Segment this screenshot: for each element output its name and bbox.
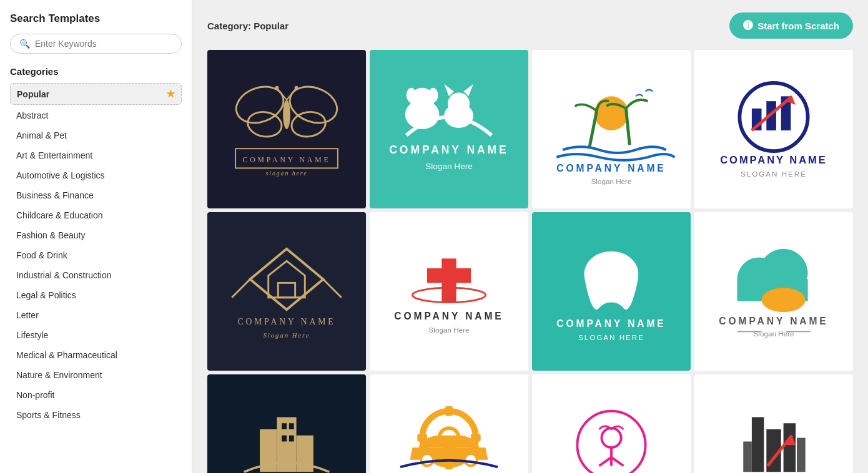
cloud-logo-image: COMPANY NAME Slogan Here (701, 218, 847, 364)
sidebar-item-label: Animal & Pet (16, 130, 67, 140)
sidebar-item-nature---environment[interactable]: Nature & Environment (10, 366, 182, 384)
svg-point-50 (762, 288, 806, 312)
template-card-12[interactable]: COMPANY NAME SLOGAN HERE (694, 374, 853, 473)
categories-label: Categories (10, 66, 182, 77)
sidebar-title: Search Templates (10, 12, 182, 25)
svg-rect-84 (743, 442, 752, 472)
svg-line-24 (626, 109, 629, 145)
template-card-9[interactable]: COMPANY NAME SLOGAN HERE (207, 374, 366, 473)
svg-text:SLOGAN HERE: SLOGAN HERE (578, 333, 644, 341)
sidebar-item-label: Automotive & Logistics (16, 170, 105, 180)
sidebar-item-business---finance[interactable]: Business & Finance (10, 186, 182, 205)
start-scratch-label: Start from Scratch (757, 21, 839, 31)
sidebar-item-label: Popular (17, 89, 49, 99)
template-card-5[interactable]: COMPANY NAME Slogan Here (207, 212, 366, 371)
svg-point-4 (283, 100, 290, 129)
svg-text:Slogan Here: Slogan Here (264, 331, 310, 339)
sidebar-item-label: Business & Finance (16, 190, 94, 200)
sidebar-item-industrial---construction[interactable]: Industrial & Construction (10, 266, 182, 285)
search-box[interactable]: 🔍 (10, 34, 182, 54)
sidebar-item-medical---pharmaceutical[interactable]: Medical & Pharmaceutical (10, 346, 182, 364)
sidebar-item-sports---fitness[interactable]: Sports & Fitness (10, 406, 182, 424)
svg-rect-35 (278, 283, 295, 297)
svg-rect-85 (797, 438, 806, 472)
star-icon: ★ (166, 88, 175, 100)
search-input[interactable] (35, 39, 172, 49)
svg-point-22 (594, 96, 629, 130)
svg-line-23 (589, 111, 597, 148)
sidebar-item-label: Letter (16, 310, 39, 320)
svg-rect-81 (752, 417, 764, 472)
template-card-2[interactable]: COMPANY NAME Slogan Here (370, 50, 528, 208)
svg-rect-42 (427, 268, 471, 283)
svg-line-5 (277, 88, 287, 100)
building-logo-image: COMPANY NAME SLOGAN HERE (214, 381, 360, 473)
svg-text:Slogan Here: Slogan Here (754, 329, 794, 338)
sidebar-item-legal---politics[interactable]: Legal & Politics (10, 286, 182, 305)
sidebar-item-animal---pet[interactable]: Animal & Pet (10, 126, 182, 145)
sidebar-item-label: Childcare & Education (16, 210, 103, 220)
sidebar-item-art---entertainment[interactable]: Art & Entertainment (10, 146, 182, 165)
chart-logo-image: COMPANY NAME SLOGAN HERE (701, 56, 847, 202)
template-card-7[interactable]: COMPANY NAME SLOGAN HERE (532, 212, 691, 371)
sidebar-item-label: Legal & Politics (16, 290, 76, 300)
svg-rect-61 (289, 436, 294, 442)
svg-text:COMPANY NAME: COMPANY NAME (556, 163, 666, 173)
svg-line-78 (611, 457, 624, 466)
svg-point-15 (428, 88, 438, 102)
svg-point-7 (275, 86, 279, 90)
sidebar-item-label: Abstract (16, 110, 48, 120)
sidebar-item-food---drink[interactable]: Food & Drink (10, 246, 182, 265)
tooth-logo-image: COMPANY NAME SLOGAN HERE (538, 218, 684, 364)
main-content: Category: Popular ➊ Start from Scratch (192, 0, 868, 473)
categories-list: Popular★AbstractAnimal & PetArt & Entert… (10, 83, 182, 424)
template-card-8[interactable]: COMPANY NAME Slogan Here (694, 212, 853, 371)
beach-logo-image: COMPANY NAME Slogan Here (538, 56, 684, 202)
category-label: Category: Popular (207, 21, 289, 31)
sidebar-item-childcare---education[interactable]: Childcare & Education (10, 206, 182, 225)
svg-rect-66 (445, 406, 453, 416)
sidebar-item-fashion---beauty[interactable]: Fashion & Beauty (10, 226, 182, 245)
template-card-6[interactable]: COMPANY NAME Slogan Here (370, 212, 528, 371)
svg-point-8 (295, 86, 298, 90)
template-card-1[interactable]: COMPANY NAME slogan here (207, 50, 366, 208)
category-prefix: Category: (207, 21, 251, 31)
sidebar-item-label: Medical & Pharmaceutical (16, 350, 117, 360)
sidebar-item-label: Sports & Fitness (16, 410, 81, 420)
sidebar-item-label: Industrial & Construction (16, 270, 112, 280)
butterfly-logo-image: COMPANY NAME slogan here (214, 56, 360, 202)
svg-text:Slogan Here: Slogan Here (429, 326, 470, 334)
svg-text:COMPANY NAME: COMPANY NAME (242, 156, 330, 164)
sidebar-item-non-profit[interactable]: Non-profit (10, 386, 182, 404)
template-card-11[interactable]: COMPANY NAME Slogan Here (532, 374, 691, 473)
cat-dog-logo-image: COMPANY NAME Slogan Here (376, 56, 522, 202)
sidebar: Search Templates 🔍 Categories Popular★Ab… (0, 0, 192, 473)
template-card-10[interactable]: COMPANY NAME SLOGAN HERE (370, 374, 528, 473)
template-card-4[interactable]: COMPANY NAME SLOGAN HERE (694, 50, 853, 208)
template-card-3[interactable]: COMPANY NAME Slogan Here (532, 50, 691, 208)
ballet-logo-image: COMPANY NAME Slogan Here (538, 381, 684, 473)
svg-point-71 (465, 454, 477, 466)
sidebar-item-label: Non-profit (16, 390, 54, 400)
sidebar-item-automotive---logistics[interactable]: Automotive & Logistics (10, 166, 182, 185)
sidebar-item-abstract[interactable]: Abstract (10, 106, 182, 125)
sidebar-item-label: Art & Entertainment (16, 150, 92, 160)
sidebar-item-label: Lifestyle (16, 330, 48, 340)
logo-grid: COMPANY NAME slogan here (207, 50, 853, 473)
svg-text:COMPANY NAME: COMPANY NAME (556, 318, 666, 329)
svg-text:COMPANY NAME: COMPANY NAME (394, 311, 503, 321)
svg-rect-59 (289, 423, 294, 429)
svg-line-36 (232, 280, 250, 298)
sidebar-item-letter[interactable]: Letter (10, 306, 182, 324)
category-name: Popular (254, 21, 289, 31)
start-scratch-button[interactable]: ➊ Start from Scratch (729, 12, 853, 39)
sidebar-item-popular[interactable]: Popular★ (10, 83, 182, 105)
medical-logo-image: COMPANY NAME Slogan Here (376, 218, 522, 364)
sidebar-item-lifestyle[interactable]: Lifestyle (10, 326, 182, 344)
sidebar-item-label: Food & Drink (16, 250, 67, 260)
svg-line-6 (287, 88, 297, 100)
svg-point-75 (601, 428, 621, 447)
svg-text:Slogan Here: Slogan Here (591, 177, 632, 185)
svg-text:COMPANY NAME: COMPANY NAME (720, 154, 827, 166)
main-header: Category: Popular ➊ Start from Scratch (207, 12, 853, 39)
